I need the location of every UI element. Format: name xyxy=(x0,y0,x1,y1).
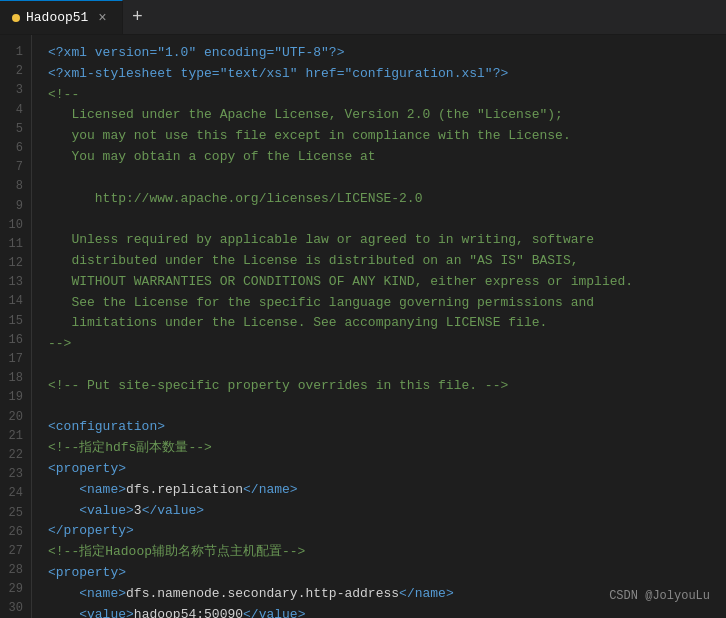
code-line: limitations under the License. See accom… xyxy=(48,313,710,334)
token: <!-- Put site-specific property override… xyxy=(48,378,508,393)
token: you may not use this file except in comp… xyxy=(48,128,571,143)
code-line: Unless required by applicable law or agr… xyxy=(48,230,710,251)
token: See the License for the specific languag… xyxy=(48,295,594,310)
code-line: <?xml version="1.0" encoding="UTF-8"?> xyxy=(48,43,710,64)
token: <property> xyxy=(48,565,126,580)
token: </value> xyxy=(142,503,204,518)
code-line: See the License for the specific languag… xyxy=(48,293,710,314)
token: <!-- xyxy=(48,87,79,102)
code-line: http://www.apache.org/licenses/LICENSE-2… xyxy=(48,189,710,210)
token xyxy=(48,482,79,497)
token: <name> xyxy=(79,482,126,497)
code-content[interactable]: <?xml version="1.0" encoding="UTF-8"?><?… xyxy=(32,35,726,618)
tab-dot-icon xyxy=(12,14,20,22)
code-line xyxy=(48,168,710,189)
token: hadoop54:50090 xyxy=(134,607,243,618)
tab-bar: Hadoop51 × + xyxy=(0,0,726,35)
token: distributed under the License is distrib… xyxy=(48,253,579,268)
code-line: <name>dfs.namenode.secondary.http-addres… xyxy=(48,584,710,605)
editor-area: 1234567891011121314151617181920212223242… xyxy=(0,35,726,618)
code-line xyxy=(48,397,710,418)
token: <value> xyxy=(79,503,134,518)
code-line: </property> xyxy=(48,521,710,542)
tab-label: Hadoop51 xyxy=(26,10,88,25)
token: </name> xyxy=(243,482,298,497)
code-line: <!-- xyxy=(48,85,710,106)
token: dfs.replication xyxy=(126,482,243,497)
token: <value> xyxy=(79,607,134,618)
code-line: distributed under the License is distrib… xyxy=(48,251,710,272)
code-line: <!--指定hdfs副本数量--> xyxy=(48,438,710,459)
tab-close-button[interactable]: × xyxy=(94,10,110,26)
tab-hadoop51[interactable]: Hadoop51 × xyxy=(0,0,123,34)
token: <?xml-stylesheet type="text/xsl" href="c… xyxy=(48,66,508,81)
token: </value> xyxy=(243,607,305,618)
token: <property> xyxy=(48,461,126,476)
token: </property> xyxy=(48,523,134,538)
token: dfs.namenode.secondary.http-address xyxy=(126,586,399,601)
code-line: Licensed under the Apache License, Versi… xyxy=(48,105,710,126)
code-line: <property> xyxy=(48,563,710,584)
token: You may obtain a copy of the License at xyxy=(48,149,376,164)
token xyxy=(48,503,79,518)
token: --> xyxy=(48,336,71,351)
token: <!--指定hdfs副本数量--> xyxy=(48,440,212,455)
token: http://www.apache.org/licenses/LICENSE-2… xyxy=(48,191,422,206)
token: Licensed under the Apache License, Versi… xyxy=(48,107,563,122)
code-line: <value>hadoop54:50090</value> xyxy=(48,605,710,618)
token: <configuration> xyxy=(48,419,165,434)
code-line: <property> xyxy=(48,459,710,480)
token: limitations under the License. See accom… xyxy=(48,315,547,330)
token: WITHOUT WARRANTIES OR CONDITIONS OF ANY … xyxy=(48,274,633,289)
code-line: <configuration> xyxy=(48,417,710,438)
token: Unless required by applicable law or agr… xyxy=(48,232,594,247)
code-line xyxy=(48,209,710,230)
token: 3 xyxy=(134,503,142,518)
code-line: you may not use this file except in comp… xyxy=(48,126,710,147)
code-line xyxy=(48,355,710,376)
code-line: You may obtain a copy of the License at xyxy=(48,147,710,168)
code-line: <!-- Put site-specific property override… xyxy=(48,376,710,397)
code-line: <!--指定Hadoop辅助名称节点主机配置--> xyxy=(48,542,710,563)
code-line: <?xml-stylesheet type="text/xsl" href="c… xyxy=(48,64,710,85)
token xyxy=(48,586,79,601)
token: <name> xyxy=(79,586,126,601)
token xyxy=(48,607,79,618)
new-tab-button[interactable]: + xyxy=(123,0,151,34)
code-line: <name>dfs.replication</name> xyxy=(48,480,710,501)
code-line: WITHOUT WARRANTIES OR CONDITIONS OF ANY … xyxy=(48,272,710,293)
code-line: --> xyxy=(48,334,710,355)
token: <!--指定Hadoop辅助名称节点主机配置--> xyxy=(48,544,305,559)
token: </name> xyxy=(399,586,454,601)
token: <?xml version="1.0" encoding="UTF-8"?> xyxy=(48,45,344,60)
code-line: <value>3</value> xyxy=(48,501,710,522)
line-numbers: 1234567891011121314151617181920212223242… xyxy=(0,35,32,618)
